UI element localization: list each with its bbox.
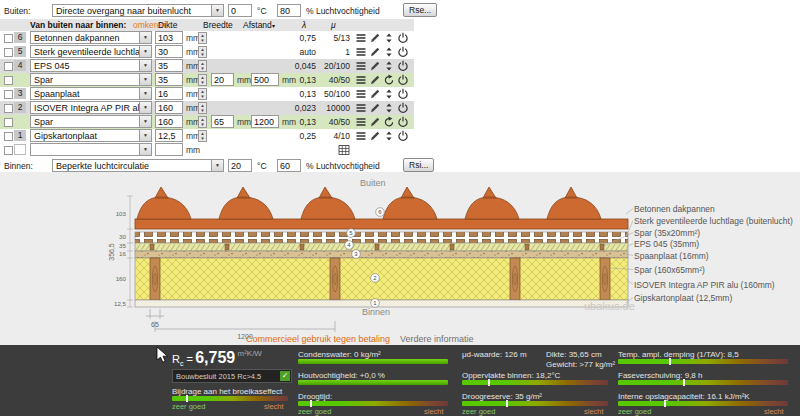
col-afstand[interactable]: Afstand (243, 20, 272, 30)
width-input[interactable] (211, 115, 234, 128)
outside-humidity-input[interactable] (277, 4, 301, 17)
outside-condition-select[interactable]: Directe overgang naar buitenlucht ▼ (52, 4, 224, 17)
thickness-stepper[interactable]: ▲▼ (198, 130, 207, 142)
rsi-button[interactable]: Rsi... (403, 158, 434, 172)
thickness-input[interactable] (155, 73, 183, 86)
toggle-layer-icon[interactable] (397, 116, 409, 128)
new-layer-row[interactable]: ▼ mm (0, 143, 414, 157)
material-select[interactable]: Sterk geventileerde luchtlage (buitenluc… (30, 45, 152, 58)
move-layer-icon[interactable] (383, 102, 395, 114)
layer-row[interactable]: 4 EPS 045▼ mm ▲▼ 0,045 20/100 (0, 59, 414, 73)
toggle-layer-icon[interactable] (397, 130, 409, 142)
move-layer-icon[interactable] (383, 46, 395, 58)
row-checkbox[interactable] (4, 48, 13, 57)
chevron-down-icon[interactable]: ▼ (139, 74, 151, 85)
layer-row[interactable]: 2 ISOVER Integra AP PIR alu▼ mm ▲▼ 0,023… (0, 101, 414, 115)
layer-row[interactable]: 1 Gipskartonplaat▼ mm ▲▼ 0,25 4/10 (0, 129, 414, 143)
material-select[interactable]: Spaanplaat▼ (30, 87, 152, 100)
row-checkbox[interactable] (4, 90, 13, 99)
layer-info-icon[interactable] (355, 60, 367, 72)
material-select[interactable]: ISOVER Integra AP PIR alu▼ (30, 101, 152, 114)
chevron-down-icon[interactable]: ▼ (139, 60, 151, 71)
layer-row[interactable]: 6 Betonnen dakpannen▼ mm ▲▼ 0,75 5/13 (0, 31, 414, 45)
layer-row[interactable]: Spar▼ mm ▲▼ mm mm 0,13 40/50 (0, 115, 414, 129)
material-select[interactable]: Spar▼ (30, 115, 152, 128)
material-grid-icon[interactable] (338, 144, 350, 156)
spacing-input[interactable] (251, 115, 279, 128)
material-select[interactable]: Gipskartonplaat▼ (30, 129, 152, 142)
edit-icon[interactable] (369, 46, 381, 58)
layer-info-icon[interactable] (355, 102, 367, 114)
material-select[interactable]: Betonnen dakpannen▼ (30, 31, 152, 44)
commercial-use-link[interactable]: Commercieel gebruik tegen betaling (246, 334, 390, 344)
more-info-link[interactable]: Verdere informatie (400, 334, 474, 344)
material-select[interactable]: ▼ (30, 143, 152, 156)
edit-icon[interactable] (369, 88, 381, 100)
edit-icon[interactable] (369, 116, 381, 128)
row-checkbox[interactable] (4, 104, 13, 113)
rotate-icon[interactable] (383, 116, 395, 128)
row-checkbox[interactable] (4, 34, 13, 43)
thickness-stepper[interactable]: ▲▼ (198, 74, 207, 86)
toggle-layer-icon[interactable] (397, 88, 409, 100)
material-select[interactable]: Spar▼ (30, 73, 152, 86)
edit-icon[interactable] (369, 74, 381, 86)
rotate-icon[interactable] (383, 74, 395, 86)
chevron-down-icon[interactable]: ▼ (139, 88, 151, 99)
move-layer-icon[interactable] (383, 60, 395, 72)
row-checkbox[interactable] (4, 146, 13, 155)
move-layer-icon[interactable] (383, 130, 395, 142)
inside-condition-select[interactable]: Beperkte luchtcirculatie ▼ (52, 159, 224, 172)
toggle-layer-icon[interactable] (397, 32, 409, 44)
chevron-down-icon[interactable]: ▼ (211, 5, 223, 16)
toggle-layer-icon[interactable] (397, 74, 409, 86)
inside-temperature-input[interactable] (228, 159, 252, 172)
width-input[interactable] (211, 73, 234, 86)
spacing-input[interactable] (251, 73, 279, 86)
thickness-input[interactable] (155, 115, 183, 128)
thickness-input[interactable] (155, 31, 183, 44)
inside-humidity-input[interactable] (277, 159, 301, 172)
layer-row[interactable]: Spar▼ mm ▲▼ mm mm 0,13 40/50 (0, 73, 414, 87)
thickness-input[interactable] (155, 143, 183, 156)
chevron-down-icon[interactable]: ▼ (139, 130, 151, 141)
toggle-layer-icon[interactable] (397, 46, 409, 58)
thickness-stepper[interactable]: ▲▼ (198, 116, 207, 128)
outside-temperature-input[interactable] (228, 4, 252, 17)
chevron-down-icon[interactable]: ▼ (139, 116, 151, 127)
sort-arrow-icon[interactable]: ▾ (272, 22, 275, 29)
layer-info-icon[interactable] (355, 116, 367, 128)
chevron-down-icon[interactable]: ▼ (211, 160, 223, 171)
thickness-input[interactable] (155, 87, 183, 100)
thickness-stepper[interactable]: ▲▼ (198, 60, 207, 72)
thickness-stepper[interactable]: ▲▼ (198, 46, 207, 58)
row-checkbox[interactable] (4, 118, 13, 127)
row-checkbox[interactable] (4, 132, 13, 141)
thickness-input[interactable] (155, 129, 183, 142)
layer-row[interactable]: 3 Spaanplaat▼ mm ▲▼ 0,13 50/100 (0, 87, 414, 101)
layer-info-icon[interactable] (355, 74, 367, 86)
chevron-down-icon[interactable]: ▼ (139, 144, 151, 155)
edit-icon[interactable] (369, 60, 381, 72)
chevron-down-icon[interactable]: ▼ (139, 32, 151, 43)
material-select[interactable]: EPS 045▼ (30, 59, 152, 72)
rse-button[interactable]: Rse... (403, 3, 437, 17)
layer-info-icon[interactable] (355, 46, 367, 58)
toggle-layer-icon[interactable] (397, 102, 409, 114)
thickness-input[interactable] (155, 45, 183, 58)
move-layer-icon[interactable] (383, 32, 395, 44)
edit-icon[interactable] (369, 32, 381, 44)
edit-icon[interactable] (369, 102, 381, 114)
layer-row[interactable]: 5 Sterk geventileerde luchtlage (buitenl… (0, 45, 414, 59)
thickness-input[interactable] (155, 101, 183, 114)
thickness-input[interactable] (155, 59, 183, 72)
layer-info-icon[interactable] (355, 32, 367, 44)
move-layer-icon[interactable] (383, 88, 395, 100)
edit-icon[interactable] (369, 130, 381, 142)
thickness-stepper[interactable]: ▲▼ (198, 102, 207, 114)
layer-info-icon[interactable] (355, 88, 367, 100)
chevron-down-icon[interactable]: ▼ (139, 102, 151, 113)
row-checkbox[interactable] (4, 76, 13, 85)
row-checkbox[interactable] (4, 62, 13, 71)
thickness-stepper[interactable]: ▲▼ (198, 88, 207, 100)
